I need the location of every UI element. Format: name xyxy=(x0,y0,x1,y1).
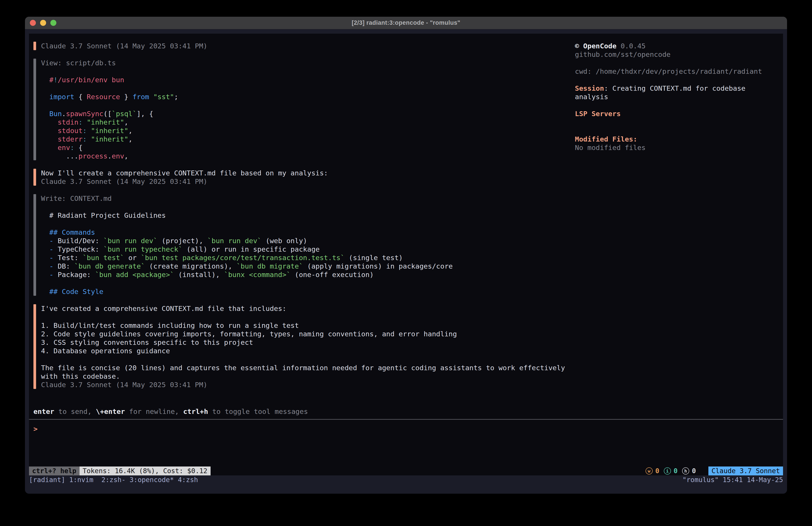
text-line: - TypeCheck: `bun run typecheck` (all) o… xyxy=(41,245,453,253)
message-input[interactable]: > xyxy=(33,425,783,433)
text-line: - Package: `bun add <package>` (install)… xyxy=(41,270,453,279)
assistant-message-bar xyxy=(33,169,36,186)
text-line xyxy=(575,101,782,110)
text-line xyxy=(41,84,178,93)
text-line: Claude 3.7 Sonnet (14 May 2025 03:41 PM) xyxy=(41,42,207,50)
text-line: - DB: `bun db generate` (create migratio… xyxy=(41,262,453,270)
text-line: 2. Code style guidelines covering import… xyxy=(41,330,565,338)
info-sidebar: © OpenCode 0.0.45github.com/sst/opencode… xyxy=(575,42,783,407)
traffic-lights xyxy=(30,17,56,29)
diagnostic-warning: w 0 xyxy=(646,467,659,475)
warning-icon: w xyxy=(646,467,653,474)
warning-count: 0 xyxy=(655,467,659,475)
assistant-message-bar xyxy=(33,304,36,389)
tui-content: Claude 3.7 Sonnet (14 May 2025 03:41 PM)… xyxy=(29,34,783,407)
text-line: LSP Servers xyxy=(575,110,782,118)
input-divider xyxy=(29,419,783,420)
text-line: Write: CONTEXT.md xyxy=(41,194,453,203)
text-line: #!/usr/bin/env bun xyxy=(41,75,178,84)
text-line xyxy=(575,59,782,67)
tool-call-view-script: View: script/db.ts #!/usr/bin/env bun im… xyxy=(33,59,575,160)
text-line: Modified Files: xyxy=(575,135,782,143)
text-line: I've created a comprehensive CONTEXT.md … xyxy=(41,304,565,313)
text-line xyxy=(41,219,453,228)
prompt-icon: > xyxy=(33,425,38,433)
assistant-message-lines: Now I'll create a comprehensive CONTEXT.… xyxy=(41,169,328,186)
text-line: import { Resource } from "sst"; xyxy=(41,93,178,101)
input-spacer xyxy=(29,433,783,467)
assistant-message-lines: Claude 3.7 Sonnet (14 May 2025 03:41 PM) xyxy=(41,42,207,50)
tool-call-write-context: Write: CONTEXT.md # Radiant Project Guid… xyxy=(33,194,575,296)
hint-icon: h xyxy=(682,467,689,474)
text-line: env: { xyxy=(41,143,178,152)
text-line xyxy=(41,203,453,211)
tmux-session-windows[interactable]: [radiant] 1:nvim 2:zsh- 3:opencode* 4:zs… xyxy=(29,476,198,484)
text-line: 4. Database operations guidance xyxy=(41,346,565,355)
text-line: analysis xyxy=(575,93,782,101)
text-line xyxy=(575,118,782,126)
text-line: - Build/Dev: `bun run dev` (project), `b… xyxy=(41,237,453,245)
text-line: 3. CSS styling conventions specific to t… xyxy=(41,338,565,346)
text-line: 1. Build/lint/test commands including ho… xyxy=(41,321,565,330)
diagnostic-info: i 0 xyxy=(664,467,678,475)
diagnostics: w 0 i 0 h 0 xyxy=(646,467,708,475)
tool-call-lines: View: script/db.ts #!/usr/bin/env bun im… xyxy=(41,59,178,160)
assistant-message-header: Claude 3.7 Sonnet (14 May 2025 03:41 PM) xyxy=(33,42,575,50)
keybinding-help: enter to send, \+enter for newline, ctrl… xyxy=(33,407,783,416)
tool-call-bar xyxy=(33,59,36,160)
hint-count: 0 xyxy=(692,467,696,475)
text-line: stdin: "inherit", xyxy=(41,118,178,126)
text-line: ## Commands xyxy=(41,228,453,237)
desktop: { "window": { "title": "[2/3] radiant:3:… xyxy=(0,0,812,526)
terminal-viewport: Claude 3.7 Sonnet (14 May 2025 03:41 PM)… xyxy=(25,29,787,475)
window-titlebar[interactable]: [2/3] radiant:3:opencode - "romulus" xyxy=(25,17,787,29)
diagnostic-hint: h 0 xyxy=(682,467,696,475)
text-line: Claude 3.7 Sonnet (14 May 2025 03:41 PM) xyxy=(41,381,565,389)
text-line: View: script/db.ts xyxy=(41,59,178,67)
tool-call-bar xyxy=(33,194,36,296)
text-line: - Test: `bun test` or `bun test packages… xyxy=(41,253,453,262)
assistant-message-intro: Now I'll create a comprehensive CONTEXT.… xyxy=(33,169,575,186)
terminal-window: [2/3] radiant:3:opencode - "romulus" Cla… xyxy=(25,17,787,494)
text-line: No modified files xyxy=(575,143,782,152)
input-section: enter to send, \+enter for newline, ctrl… xyxy=(29,407,783,467)
text-line xyxy=(575,126,782,135)
assistant-message-summary: I've created a comprehensive CONTEXT.md … xyxy=(33,304,575,389)
opencode-tui: Claude 3.7 Sonnet (14 May 2025 03:41 PM)… xyxy=(29,34,783,475)
window-bottom-padding xyxy=(25,484,787,494)
chat-transcript: Claude 3.7 Sonnet (14 May 2025 03:41 PM)… xyxy=(33,42,575,407)
text-line: stdout: "inherit", xyxy=(41,126,178,135)
text-line: ...process.env, xyxy=(41,152,178,160)
text-line xyxy=(41,313,565,321)
text-line: cwd: /home/thdxr/dev/projects/radiant/ra… xyxy=(575,67,782,75)
help-badge: ctrl+? help xyxy=(29,467,79,475)
minimize-button[interactable] xyxy=(40,20,46,26)
text-line: with this codebase. xyxy=(41,372,565,381)
model-badge[interactable]: Claude 3.7 Sonnet xyxy=(708,467,783,475)
text-line xyxy=(41,355,565,364)
window-title: [2/3] radiant:3:opencode - "romulus" xyxy=(352,19,460,26)
status-bar: ctrl+? help Tokens: 16.4K (8%), Cost: $0… xyxy=(29,467,783,475)
text-line: Bun.spawnSync([`psql`], { xyxy=(41,110,178,118)
text-line xyxy=(41,279,453,287)
close-button[interactable] xyxy=(30,20,36,26)
text-line: github.com/sst/opencode xyxy=(575,50,782,59)
text-line: stderr: "inherit", xyxy=(41,135,178,143)
zoom-button[interactable] xyxy=(50,20,56,26)
text-line xyxy=(575,75,782,84)
info-count: 0 xyxy=(673,467,678,475)
assistant-message-lines: I've created a comprehensive CONTEXT.md … xyxy=(41,304,565,389)
text-line: Session: Creating CONTEXT.md for codebas… xyxy=(575,84,782,93)
text-line: ## Code Style xyxy=(41,287,453,296)
tmux-status-bar: [radiant] 1:nvim 2:zsh- 3:opencode* 4:zs… xyxy=(25,475,787,484)
text-line xyxy=(41,67,178,75)
text-line: # Radiant Project Guidelines xyxy=(41,211,453,219)
tokens-cost-badge: Tokens: 16.4K (8%), Cost: $0.12 xyxy=(79,467,211,475)
text-line: The file is concise (20 lines) and captu… xyxy=(41,364,565,372)
text-line: © OpenCode 0.0.45 xyxy=(575,42,782,50)
assistant-message-bar xyxy=(33,42,36,50)
info-icon: i xyxy=(664,467,671,474)
tmux-host-clock: "romulus" 15:41 14-May-25 xyxy=(682,476,783,484)
text-line: Now I'll create a comprehensive CONTEXT.… xyxy=(41,169,328,177)
text-line xyxy=(41,101,178,110)
